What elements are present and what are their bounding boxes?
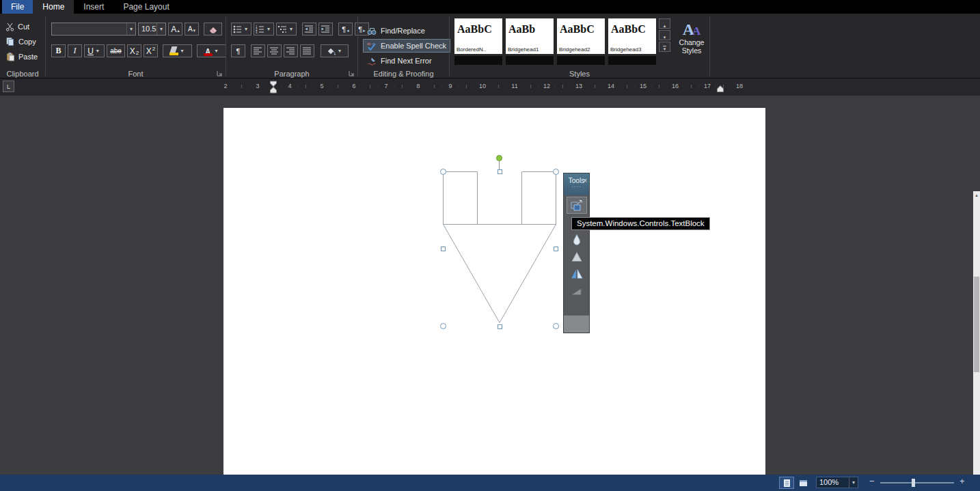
chevron-down-icon[interactable] <box>265 26 272 32</box>
justify-button[interactable] <box>300 44 314 57</box>
font-name-combo[interactable] <box>51 23 136 36</box>
chevron-down-icon[interactable] <box>288 26 295 32</box>
tab-page-layout[interactable]: Page Layout <box>113 0 178 14</box>
enable-spell-check-button[interactable]: abc Enable Spell Check <box>363 39 450 53</box>
tools-palette-header[interactable]: Tools <box>564 173 589 195</box>
shape-selection[interactable] <box>443 171 556 326</box>
tab-stop-selector[interactable] <box>3 81 14 92</box>
superscript-button[interactable]: X2 <box>144 44 158 57</box>
zoom-level-combo[interactable]: 100% <box>816 477 858 488</box>
close-icon[interactable] <box>583 173 587 186</box>
triangle-tool-button[interactable] <box>567 249 586 264</box>
scroll-up-icon[interactable] <box>973 191 980 199</box>
indent-marker-left[interactable] <box>270 81 277 94</box>
h-ruler-tick: · <box>731 84 732 88</box>
align-left-button[interactable] <box>251 44 265 57</box>
gallery-expand-button[interactable] <box>659 42 670 52</box>
grow-font-button[interactable]: A <box>168 23 182 36</box>
chevron-down-icon[interactable] <box>126 23 135 35</box>
highlight-color-button[interactable] <box>163 44 192 57</box>
droplet-tool-button[interactable] <box>567 232 586 247</box>
vertical-scrollbar[interactable] <box>973 191 980 475</box>
numbering-button[interactable]: 123 <box>254 23 274 36</box>
chevron-down-icon[interactable] <box>213 48 220 54</box>
rotation-handle[interactable] <box>496 155 502 161</box>
font-size-combo[interactable]: 10.5 <box>138 23 166 36</box>
h-ruler-tick: | <box>659 84 660 88</box>
tab-insert[interactable]: Insert <box>74 0 113 14</box>
tools-palette-footer[interactable] <box>564 315 589 333</box>
align-center-button[interactable] <box>267 44 282 57</box>
resize-handle-top-left[interactable] <box>440 169 446 175</box>
document-page[interactable] <box>223 108 765 475</box>
show-paragraph-marks-button[interactable] <box>231 44 245 57</box>
decrease-indent-button[interactable] <box>302 23 316 36</box>
ltr-paragraph-button[interactable] <box>338 23 353 36</box>
bold-button[interactable]: B <box>51 44 66 57</box>
change-styles-button[interactable]: Change Styles <box>676 18 707 68</box>
paragraph-dialog-launcher[interactable] <box>349 70 355 76</box>
gallery-scroll-up-button[interactable] <box>659 18 670 29</box>
italic-button[interactable]: I <box>68 44 82 57</box>
find-next-error-button[interactable]: Find Next Error <box>363 54 436 68</box>
find-replace-button[interactable]: Find/Replace <box>363 24 429 38</box>
chevron-down-icon[interactable] <box>849 477 858 488</box>
h-ruler-tick: · <box>345 84 346 88</box>
style-item[interactable]: AaBbC Bridgehead2 <box>557 18 605 54</box>
chevron-down-icon[interactable] <box>94 48 101 54</box>
paste-label: Paste <box>18 53 38 61</box>
tools-palette[interactable]: Tools <box>563 173 590 333</box>
resize-handle-top-right[interactable] <box>553 169 559 175</box>
flip-triangle-tool-button[interactable] <box>567 266 586 281</box>
font-color-button[interactable] <box>197 44 226 57</box>
style-item-partial[interactable] <box>454 56 502 65</box>
align-right-icon <box>286 46 295 55</box>
print-layout-view-button[interactable] <box>779 477 794 489</box>
underline-button[interactable]: U <box>84 44 105 57</box>
tab-home[interactable]: Home <box>33 0 74 14</box>
bullets-button[interactable] <box>231 23 251 36</box>
style-item-partial[interactable] <box>506 56 554 65</box>
resize-handle-left[interactable] <box>441 247 446 251</box>
zoom-in-button[interactable] <box>959 476 965 486</box>
shrink-font-button[interactable]: A <box>185 23 199 36</box>
resize-handle-bottom[interactable] <box>498 324 502 329</box>
scrollbar-thumb[interactable] <box>974 277 979 372</box>
chevron-down-icon[interactable] <box>336 48 343 54</box>
zoom-out-button[interactable] <box>869 476 875 486</box>
indent-marker-right[interactable] <box>717 85 724 92</box>
cut-button[interactable]: Cut <box>3 20 31 33</box>
subscript-button[interactable]: X2 <box>127 44 141 57</box>
tab-file[interactable]: File <box>2 0 33 14</box>
increase-indent-button[interactable] <box>318 23 333 36</box>
resize-handle-right[interactable] <box>554 247 558 251</box>
web-layout-view-button[interactable] <box>795 477 811 489</box>
chevron-down-icon[interactable] <box>156 23 165 35</box>
resize-handle-top[interactable] <box>498 169 502 174</box>
clear-formatting-button[interactable] <box>204 23 222 36</box>
strikethrough-button[interactable]: abe <box>107 44 125 57</box>
h-ruler-tick: · <box>249 84 250 88</box>
textblock-tool-button[interactable] <box>567 197 586 213</box>
resize-handle-bottom-right[interactable] <box>553 323 559 329</box>
copy-button[interactable]: Copy <box>3 35 38 48</box>
multilevel-list-button[interactable] <box>276 23 297 36</box>
style-item[interactable]: AaBb Bridgehead1 <box>506 18 554 54</box>
align-right-button[interactable] <box>284 44 298 57</box>
enable-spell-check-label: Enable Spell Check <box>381 42 446 50</box>
gallery-scroll-down-button[interactable] <box>659 30 670 40</box>
chevron-down-icon[interactable] <box>243 26 249 32</box>
zoom-slider-track[interactable] <box>880 482 954 483</box>
font-dialog-launcher[interactable] <box>217 70 223 76</box>
style-item[interactable]: AaBbC BorderedN.. <box>454 18 502 54</box>
style-item-partial[interactable] <box>557 56 605 65</box>
resize-handle-bottom-left[interactable] <box>440 323 446 329</box>
callout-tool-button[interactable] <box>567 283 586 298</box>
down-arrow-shape[interactable] <box>443 171 556 326</box>
style-item-partial[interactable] <box>608 56 656 65</box>
shading-button[interactable] <box>321 44 349 57</box>
zoom-slider-thumb[interactable] <box>912 479 915 487</box>
style-item[interactable]: AaBbC Bridgehead3 <box>608 18 656 54</box>
chevron-down-icon[interactable] <box>179 48 186 54</box>
paste-button[interactable]: Paste <box>3 50 40 64</box>
